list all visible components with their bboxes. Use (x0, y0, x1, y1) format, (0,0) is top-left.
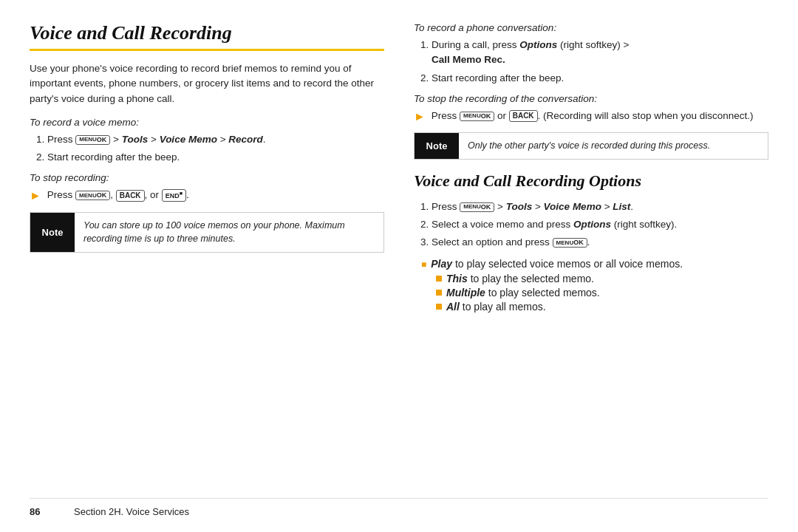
arrow-icon-2: ► (414, 109, 426, 125)
note-box-right: Note Only the other party's voice is rec… (414, 132, 768, 160)
record-memo-steps: Press MENU OK > Tools > Voice Memo > Rec… (47, 132, 384, 166)
multiple-bullet-icon (436, 290, 442, 296)
all-bullet-icon (436, 304, 442, 310)
stop-call-menu-ok-key: MENU OK (460, 112, 494, 121)
intro-text: Use your phone's voice recording to reco… (30, 61, 384, 106)
note-content-right: Only the other party's voice is recorded… (459, 133, 719, 159)
all-bullet-text: All to play all memos. (446, 301, 546, 313)
footer-section-text: Section 2H. Voice Services (74, 506, 189, 517)
opt-step-1: Press MENU OK > Tools > Voice Memo > Lis… (432, 200, 768, 214)
record-step1-press: Press (47, 134, 75, 145)
note-label-right: Note (415, 133, 459, 159)
stop-call-back-key: BACK (509, 110, 538, 122)
this-bullet-text: This to play the selected memo. (446, 273, 594, 284)
stop-call-text: Press MENU OK or BACK. (Recording will a… (432, 109, 768, 123)
this-bullet: This to play the selected memo. (436, 273, 768, 284)
options-steps: Press MENU OK > Tools > Voice Memo > Lis… (432, 200, 768, 250)
multiple-bullet-text: Multiple to play selected memos. (446, 287, 600, 299)
record-step1-suffix: > Tools > Voice Memo > Record. (113, 134, 265, 145)
stop-recording-bullet: ► Press MENU OK , BACK, or END■ . (30, 188, 384, 204)
multiple-bullet: Multiple to play selected memos. (436, 287, 768, 299)
stop-end-key: END■ (162, 189, 186, 202)
content-area: Voice and Call Recording Use your phone'… (30, 22, 768, 492)
stop-call-bullet: ► Press MENU OK or BACK. (Recording will… (414, 109, 768, 125)
page-title: Voice and Call Recording (30, 22, 384, 44)
play-bullet-text: Play to play selected voice memos or all… (431, 258, 683, 270)
this-bullet-icon (436, 276, 442, 282)
call-step-2: Start recording after the beep. (432, 71, 768, 86)
record-step-1: Press MENU OK > Tools > Voice Memo > Rec… (47, 132, 384, 147)
record-step-2: Start recording after the beep. (47, 150, 384, 165)
record-call-steps: During a call, press Options (right soft… (432, 38, 768, 86)
arrow-icon-1: ► (30, 188, 41, 204)
menu-ok-key-1: MENU OK (75, 135, 110, 145)
note-box-left: Note You can store up to 100 voice memos… (30, 212, 384, 253)
all-bullet: All to play all memos. (436, 301, 768, 313)
section-label-stop-recording: To stop recording: (30, 172, 384, 183)
call-step-1: During a call, press Options (right soft… (432, 38, 768, 68)
opt-step-2: Select a voice memo and press Options (r… (432, 217, 768, 232)
footer-page-number: 86 (30, 506, 52, 517)
page: Voice and Call Recording Use your phone'… (0, 0, 798, 532)
section-label-stop-call: To stop the recording of the conversatio… (414, 93, 768, 104)
note-content-left: You can store up to 100 voice memos on y… (75, 213, 383, 253)
opt-step-3: Select an option and press MENU OK . (432, 235, 768, 250)
stop-recording-text: Press MENU OK , BACK, or END■ . (47, 188, 384, 202)
stop-back-key: BACK (116, 190, 145, 202)
section-label-record-memo: To record a voice memo: (30, 117, 384, 128)
stop-menu-ok-key: MENU OK (75, 191, 110, 200)
play-bullet-icon: ■ (421, 259, 426, 270)
note-label-left: Note (30, 213, 75, 253)
play-bullet: ■ Play to play selected voice memos or a… (421, 258, 768, 270)
section-title-options: Voice and Call Recording Options (414, 171, 768, 191)
opt-step3-key: MENU OK (553, 238, 587, 248)
title-underline (30, 49, 384, 51)
opt-menu-ok-key: MENU OK (460, 202, 494, 212)
left-column: Voice and Call Recording Use your phone'… (30, 22, 384, 492)
right-column: To record a phone conversation: During a… (414, 22, 768, 492)
footer: 86 Section 2H. Voice Services (30, 498, 768, 517)
section-label-record-call: To record a phone conversation: (414, 22, 768, 33)
